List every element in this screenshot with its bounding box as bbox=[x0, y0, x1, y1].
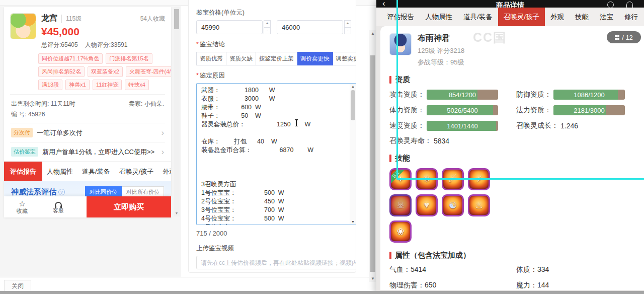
stamina-aptitude-bar: 5026/5400 bbox=[427, 105, 498, 115]
badge: 火舞苍穹-四件(4/4) bbox=[126, 66, 171, 77]
seller-name: 卖家: 小仙朵. bbox=[129, 100, 164, 108]
attributes-grid: 气血：5414 体质：334 物理伤害：650 魔力：144 bbox=[389, 265, 644, 290]
reason-textarea[interactable]: 武器： 1800 W 衣服： 3000 W 腰带： 600 W 鞋子： 50 W… bbox=[196, 83, 356, 225]
conclusion-options: 资质优秀 资质欠缺 按鉴定价上架 调价卖更快 调整卖更高 bbox=[196, 52, 349, 65]
grid-icon bbox=[615, 35, 619, 40]
tab-cultivation[interactable]: 修行 bbox=[619, 8, 643, 26]
tab-appearance[interactable]: 外观 bbox=[545, 8, 570, 26]
attr-label: 体质： bbox=[516, 265, 537, 273]
tab-eval-report[interactable]: 评估报告 bbox=[4, 162, 42, 181]
video-link-input[interactable] bbox=[196, 256, 356, 269]
scrollbar-thumb[interactable] bbox=[370, 55, 375, 272]
char-counter: 715 / 2000 bbox=[196, 230, 349, 237]
evaluation-title: 神威法系评估 bbox=[11, 187, 56, 197]
tab-skills[interactable]: 技能 bbox=[570, 8, 594, 26]
listing-price: ¥45,000 bbox=[41, 26, 165, 38]
character-score: 人物评分:33591 bbox=[85, 41, 128, 49]
installment-promo-row[interactable]: 分次付 一笔订单多次付 › bbox=[10, 123, 165, 142]
spin-down-button[interactable]: - bbox=[344, 28, 351, 35]
chevron-right-icon: › bbox=[162, 128, 164, 137]
appraisal-tag: 估价鉴宝 bbox=[11, 147, 38, 157]
textarea-scrollbar[interactable]: ▲ ▼ bbox=[350, 84, 356, 224]
skill-icon-blue-spiral[interactable]: ☯ bbox=[442, 194, 464, 216]
star-icon: ☆ bbox=[4, 200, 40, 208]
stat-label: 法力资质： bbox=[516, 106, 551, 115]
scrollbar-down-arrow[interactable]: ▼ bbox=[369, 276, 376, 281]
reason-text-content: 武器： 1800 W 衣服： 3000 W 腰带： 600 W 鞋子： 50 W… bbox=[197, 84, 356, 225]
scrollbar-up-arrow[interactable]: ▲ bbox=[350, 85, 356, 88]
aptitude-section-heading: 资质 bbox=[389, 75, 644, 85]
left-panel-scrollbar[interactable]: ▼ bbox=[174, 7, 180, 216]
speed-aptitude-bar: 1401/1440 bbox=[427, 121, 498, 131]
badge: 风尚排名第52名 bbox=[38, 66, 85, 77]
tab-character-attrs[interactable]: 人物属性 bbox=[42, 162, 77, 181]
tab-treasure[interactable]: 法宝 bbox=[594, 8, 619, 26]
character-avatar[interactable] bbox=[10, 13, 36, 39]
character-header: 龙宫 115级 54人收藏 ¥45,000 总评分:65405 人物评分:335… bbox=[10, 13, 165, 49]
magic-aptitude-bar: 2181/3000 bbox=[553, 105, 625, 115]
page-indicator-badge[interactable]: / 12 bbox=[607, 31, 641, 43]
option-list-at-appraised-price[interactable]: 按鉴定价上架 bbox=[256, 52, 297, 65]
skill-icon-demon-face[interactable]: ☠ bbox=[389, 194, 412, 216]
price-label: 鉴宝价格(单位元) bbox=[196, 9, 349, 17]
conclusion-label: 鉴宝结论 bbox=[196, 40, 349, 49]
customer-service-button[interactable]: 客服 bbox=[40, 200, 76, 213]
profile-icon[interactable] bbox=[626, 2, 633, 8]
buy-now-button[interactable]: 立即购买 bbox=[87, 196, 171, 217]
spin-up-button[interactable]: + bbox=[264, 20, 271, 28]
scrollbar-down-arrow[interactable]: ▼ bbox=[174, 210, 180, 216]
summon-growth-value: 1.246 bbox=[560, 122, 578, 130]
tab-character-attrs[interactable]: 人物属性 bbox=[420, 8, 458, 26]
attr-label: 气血： bbox=[389, 265, 411, 273]
appraisal-promo-row[interactable]: 估价鉴宝 新用户首单1分钱，立即进入CC使用>> › bbox=[10, 142, 165, 161]
price-high-input[interactable] bbox=[277, 20, 343, 34]
scrollbar-thumb[interactable] bbox=[351, 90, 355, 120]
pet-battle-level: 参战等级：95级 bbox=[418, 58, 464, 67]
price-low-input[interactable] bbox=[196, 20, 263, 34]
headset-icon bbox=[55, 202, 62, 206]
option-quality-lacking[interactable]: 资质欠缺 bbox=[226, 52, 256, 65]
video-label: 上传鉴宝视频 bbox=[196, 244, 349, 253]
option-adjust-sell-higher[interactable]: 调整卖更高 bbox=[333, 52, 357, 65]
detail-tab-bar: 评估报告 人物属性 道具/装备 召唤灵/孩子 外观 技能 法宝 修行 bbox=[376, 8, 644, 26]
scrollbar-up-arrow[interactable]: ▲ bbox=[369, 31, 376, 36]
option-quality-excellent[interactable]: 资质优秀 bbox=[196, 52, 226, 65]
tab-eval-report[interactable]: 评估报告 bbox=[381, 8, 420, 26]
favorite-button[interactable]: ☆ 收藏 bbox=[4, 200, 40, 214]
tab-items-equipment[interactable]: 道具/装备 bbox=[77, 162, 115, 181]
attack-aptitude-bar: 854/1200 bbox=[427, 90, 498, 100]
skill-icon-flame-heart[interactable]: ♥ bbox=[416, 194, 438, 216]
badge-list: 同价位超越71.17%角色 门派排名第15名 风尚排名第52名 双蓝装备x2 火… bbox=[38, 53, 165, 90]
tab-summon-child[interactable]: 召唤灵/孩子 bbox=[115, 162, 158, 181]
chevron-right-icon: › bbox=[162, 148, 164, 157]
watermark: CC国 bbox=[473, 29, 507, 46]
appraisal-form-card: 鉴宝价格(单位元) + - + - 鉴宝结论 资质优秀 资质欠缺 按鉴定价上架 bbox=[188, 0, 356, 273]
item-number: 编 号: 45926 bbox=[11, 110, 45, 119]
sale-remaining-time: 出售剩余时间: 11天11时 bbox=[11, 100, 75, 108]
hp-value: 5414 bbox=[411, 265, 426, 273]
tab-appearance[interactable]: 外观 bbox=[158, 162, 171, 181]
pet-avatar[interactable] bbox=[389, 33, 412, 55]
pet-level-score: 125级 评分3218 bbox=[418, 46, 464, 55]
spin-up-button[interactable]: + bbox=[344, 20, 351, 28]
close-button[interactable]: 关闭 bbox=[4, 280, 31, 291]
tab-items-equipment[interactable]: 道具/装备 bbox=[458, 8, 498, 26]
help-icon[interactable]: ? bbox=[58, 189, 65, 195]
text-cursor bbox=[296, 119, 297, 126]
defense-aptitude-bar: 1086/1200 bbox=[553, 90, 625, 100]
skill-icon-rabbit-charm[interactable]: ❀ bbox=[389, 220, 412, 243]
middle-panel-scrollbar[interactable]: ▲ ▼ bbox=[369, 30, 376, 282]
magic-value: 144 bbox=[537, 281, 549, 289]
stat-label: 防御资质： bbox=[516, 90, 551, 99]
badge: 门派排名第15名 bbox=[106, 53, 152, 64]
tab-summon-child[interactable]: 召唤灵/孩子 bbox=[498, 8, 545, 26]
scrollbar-down-arrow[interactable]: ▼ bbox=[350, 220, 356, 224]
badge: 特技x4 bbox=[125, 80, 149, 90]
spin-down-button[interactable]: - bbox=[264, 28, 271, 35]
option-lower-price-sell-faster[interactable]: 调价卖更快 bbox=[297, 52, 333, 65]
share-icon[interactable] bbox=[607, 2, 614, 8]
appraisal-text: 新用户首单1分钱，立即进入CC使用>> bbox=[42, 148, 162, 157]
scrollbar-thumb[interactable] bbox=[174, 9, 179, 29]
product-detail-panel: ‹ 商品详情 评估报告 人物属性 道具/装备 召唤灵/孩子 外观 技能 法宝 修… bbox=[376, 0, 644, 294]
skill-icon-gold-bell[interactable]: ♨ bbox=[468, 194, 490, 216]
